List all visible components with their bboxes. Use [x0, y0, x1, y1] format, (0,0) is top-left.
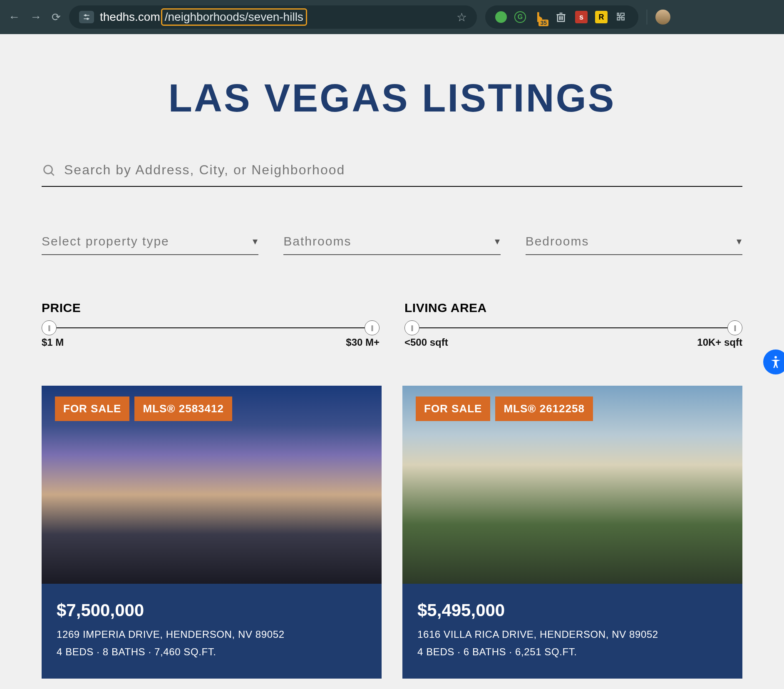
filter-label: Bedrooms	[526, 234, 589, 248]
trash-extension-icon[interactable]	[554, 10, 568, 24]
url-domain: thedhs.com	[100, 10, 160, 24]
price-slider-max-handle[interactable]: ‖	[365, 320, 380, 335]
listing-card[interactable]: FOR SALE MLS® 2612258 $5,495,000 1616 VI…	[402, 386, 742, 679]
area-slider-max-handle[interactable]: ‖	[727, 320, 742, 335]
listing-tags: FOR SALE MLS® 2612258	[416, 397, 593, 421]
filter-bathrooms[interactable]: Bathrooms ▾	[283, 228, 500, 255]
extensions-area: G 35 s R	[485, 5, 638, 29]
url-path-highlight: /neighborhoods/seven-hills	[161, 8, 307, 26]
chevron-down-icon: ▾	[253, 235, 258, 247]
filter-bedrooms[interactable]: Bedrooms ▾	[526, 228, 742, 255]
search-input[interactable]	[64, 162, 742, 178]
search-icon	[42, 163, 56, 177]
bookmark-star-icon[interactable]: ☆	[457, 10, 467, 24]
listing-price: $7,500,000	[57, 600, 367, 620]
listings-grid: FOR SALE MLS® 2583412 $7,500,000 1269 IM…	[42, 386, 742, 679]
price-max-label: $30 M+	[346, 337, 380, 348]
svg-point-3	[87, 18, 88, 20]
chevron-down-icon: ▾	[737, 235, 742, 247]
status-tag: FOR SALE	[55, 397, 129, 421]
browser-toolbar: ← → ⟳ thedhs.com /neighborhoods/seven-hi…	[0, 0, 784, 34]
mls-tag: MLS® 2583412	[134, 397, 232, 421]
price-min-label: $1 M	[42, 337, 64, 348]
url-text: thedhs.com /neighborhoods/seven-hills	[100, 8, 307, 26]
price-slider-block: PRICE ‖ ‖ $1 M $30 M+	[42, 301, 380, 348]
svg-point-10	[44, 165, 52, 173]
area-slider-min-handle[interactable]: ‖	[404, 320, 419, 335]
listing-body: $7,500,000 1269 IMPERIA DRIVE, HENDERSON…	[42, 584, 382, 679]
status-tag: FOR SALE	[416, 397, 490, 421]
evernote-extension-icon[interactable]	[495, 11, 507, 23]
filter-property-type[interactable]: Select property type ▾	[42, 228, 258, 255]
grammarly-extension-icon[interactable]: G	[514, 11, 526, 23]
extension-badge: 35	[538, 20, 548, 26]
area-slider-block: LIVING AREA ‖ ‖ <500 sqft 10K+ sqft	[404, 301, 742, 348]
slider-labels: <500 sqft 10K+ sqft	[404, 337, 742, 348]
r-extension-icon[interactable]: R	[595, 11, 608, 23]
price-slider-min-handle[interactable]: ‖	[42, 320, 57, 335]
filter-label: Bathrooms	[283, 234, 351, 248]
listing-meta: 4 BEDS · 8 BATHS · 7,460 SQ.FT.	[57, 646, 367, 658]
forward-button[interactable]: →	[30, 10, 42, 24]
page-content: LAS VEGAS LISTINGS Select property type …	[0, 34, 784, 679]
profile-avatar[interactable]	[655, 10, 670, 25]
listing-image: FOR SALE MLS® 2583412	[42, 386, 382, 584]
area-max-label: 10K+ sqft	[697, 337, 742, 348]
back-button[interactable]: ←	[8, 10, 20, 24]
listing-meta: 4 BEDS · 6 BATHS · 6,251 SQ.FT.	[417, 646, 727, 658]
mls-tag: MLS® 2612258	[495, 397, 593, 421]
nav-arrows: ← → ⟳	[8, 10, 61, 24]
filters-row: Select property type ▾ Bathrooms ▾ Bedro…	[42, 228, 742, 255]
listing-tags: FOR SALE MLS® 2583412	[55, 397, 232, 421]
listing-body: $5,495,000 1616 VILLA RICA DRIVE, HENDER…	[402, 584, 742, 679]
s-extension-icon[interactable]: s	[575, 11, 588, 23]
listing-address: 1616 VILLA RICA DRIVE, HENDERSON, NV 890…	[417, 629, 727, 640]
chevron-down-icon: ▾	[495, 235, 501, 247]
search-row	[42, 162, 742, 187]
area-min-label: <500 sqft	[404, 337, 448, 348]
sliders-row: PRICE ‖ ‖ $1 M $30 M+ LIVING AREA ‖ ‖ <5…	[42, 301, 742, 348]
slider-title: LIVING AREA	[404, 301, 742, 315]
slider-labels: $1 M $30 M+	[42, 337, 380, 348]
site-settings-icon[interactable]	[79, 11, 94, 23]
slider-title: PRICE	[42, 301, 380, 315]
listing-address: 1269 IMPERIA DRIVE, HENDERSON, NV 89052	[57, 629, 367, 640]
extensions-puzzle-icon[interactable]	[615, 10, 628, 24]
svg-point-12	[774, 356, 777, 359]
svg-point-2	[85, 15, 86, 16]
area-slider-track[interactable]: ‖ ‖	[412, 327, 735, 328]
svg-line-11	[51, 172, 54, 175]
listing-price: $5,495,000	[417, 600, 727, 620]
listing-card[interactable]: FOR SALE MLS® 2583412 $7,500,000 1269 IM…	[42, 386, 382, 679]
filter-label: Select property type	[42, 234, 169, 248]
price-slider-track[interactable]: ‖ ‖	[49, 327, 372, 328]
address-bar[interactable]: thedhs.com /neighborhoods/seven-hills ☆	[69, 5, 477, 29]
toolbar-divider	[647, 10, 647, 25]
listing-image: FOR SALE MLS® 2612258	[402, 386, 742, 584]
extension-with-badge-icon[interactable]: 35	[533, 10, 547, 24]
reload-button[interactable]: ⟳	[52, 11, 61, 24]
page-title: LAS VEGAS LISTINGS	[42, 76, 742, 121]
